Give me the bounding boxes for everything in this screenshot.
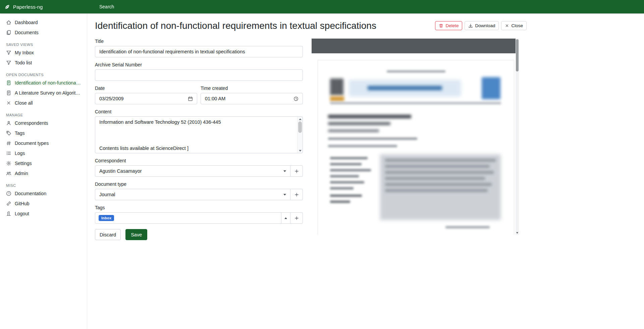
sidebar-item-tags[interactable]: Tags — [0, 128, 87, 138]
blur-shape — [328, 129, 379, 132]
sidebar-item-document-types[interactable]: Document types — [0, 138, 87, 148]
blur-shape — [330, 157, 368, 159]
save-button[interactable]: Save — [125, 229, 147, 240]
svg-text:?: ? — [8, 192, 10, 195]
pdf-viewer-body[interactable] — [312, 53, 516, 235]
plus-icon — [294, 216, 299, 221]
sidebar-item-label: A Literature Survey on Algorithms for Mu… — [15, 90, 81, 96]
brand-name: Paperless-ng — [13, 4, 43, 10]
delete-button[interactable]: Delete — [435, 21, 462, 30]
date-field-label: Date — [95, 86, 197, 91]
content-textarea[interactable]: Information and Software Technology 52 (… — [95, 116, 303, 153]
blur-shape — [330, 78, 343, 95]
page-actions: Delete Download Close — [435, 21, 527, 30]
download-button[interactable]: Download — [465, 21, 499, 30]
blur-shape — [482, 77, 500, 99]
correspondent-value: Agustin Casamayor — [99, 168, 142, 174]
discard-button[interactable]: Discard — [95, 229, 121, 240]
blur-shape — [445, 226, 490, 228]
close-icon — [6, 100, 11, 106]
close-button[interactable]: Close — [501, 21, 527, 30]
time-created-field-label: Time created — [201, 86, 303, 91]
sidebar-item-correspondents[interactable]: Correspondents — [0, 118, 87, 128]
brand[interactable]: Paperless-ng — [0, 4, 87, 10]
pdf-toolbar — [312, 39, 516, 53]
document-type-field-label: Document type — [95, 181, 303, 187]
sidebar-item-logout[interactable]: Logout — [0, 209, 87, 219]
tags-dropdown-toggle[interactable] — [281, 212, 290, 224]
sidebar-item-settings[interactable]: Settings — [0, 158, 87, 168]
sidebar-item-label: Settings — [15, 161, 32, 166]
sidebar-item-github[interactable]: GitHub — [0, 199, 87, 209]
chevron-down-icon — [283, 194, 286, 196]
sidebar-item-documentation[interactable]: ? Documentation — [0, 188, 87, 199]
section-title-saved-views: SAVED VIEWS — [0, 43, 87, 47]
question-circle-icon: ? — [6, 191, 11, 196]
documents-icon — [6, 30, 11, 35]
sidebar-item-label: Todo list — [15, 60, 32, 65]
hash-icon — [6, 141, 11, 146]
download-icon — [468, 23, 473, 28]
sidebar-item-label: Documentation — [15, 191, 46, 196]
close-icon — [505, 23, 509, 28]
sidebar-item-todo-list[interactable]: Todo list — [0, 58, 87, 68]
add-document-type-button[interactable] — [290, 189, 303, 200]
sidebar-item-documents[interactable]: Documents — [0, 28, 87, 38]
document-type-select[interactable]: Journal — [95, 189, 290, 200]
sidebar-item-label: Tags — [15, 130, 25, 136]
title-input[interactable] — [95, 46, 303, 57]
person-icon — [6, 120, 11, 126]
paperless-logo-icon — [4, 4, 10, 10]
scroll-down-arrow-icon[interactable] — [298, 148, 303, 153]
time-created-input[interactable]: 01:00 AM — [201, 93, 303, 104]
blur-shape — [328, 145, 397, 147]
tag-badge-inbox[interactable]: Inbox — [99, 215, 114, 221]
blur-shape — [385, 183, 492, 186]
door-icon — [6, 211, 11, 216]
calendar-icon[interactable] — [188, 96, 193, 101]
sidebar-item-my-inbox[interactable]: My Inbox — [0, 48, 87, 58]
scroll-up-arrow-icon[interactable] — [298, 117, 303, 121]
pdf-scrollbar[interactable] — [516, 39, 519, 235]
content-scrollbar[interactable] — [297, 117, 303, 153]
sidebar-item-label: Identification of non-functional require… — [15, 80, 81, 86]
sidebar-item-label: GitHub — [15, 201, 30, 206]
tags-input[interactable]: Inbox — [95, 212, 281, 224]
sidebar-open-document-2[interactable]: A Literature Survey on Algorithms for Mu… — [0, 88, 87, 98]
title-field-label: Title — [95, 39, 303, 44]
add-tag-button[interactable] — [290, 212, 303, 224]
sidebar-item-admin[interactable]: Admin — [0, 168, 87, 178]
search-input[interactable]: Search — [99, 4, 114, 9]
filter-icon — [6, 60, 11, 65]
blur-shape — [328, 138, 417, 140]
pdf-scrollbar-thumb[interactable] — [516, 39, 519, 71]
content-field-label: Content — [95, 109, 303, 114]
clock-icon[interactable] — [293, 96, 299, 101]
filter-icon — [6, 50, 11, 55]
blur-shape — [385, 165, 490, 168]
people-icon — [6, 171, 11, 176]
pdf-scroll-down-arrow-icon[interactable] — [516, 232, 519, 234]
sidebar-item-label: Admin — [15, 171, 28, 176]
pdf-preview — [312, 39, 519, 235]
date-value: 03/25/2009 — [99, 96, 124, 101]
content-scrollbar-thumb[interactable] — [298, 121, 302, 133]
sidebar-item-logs[interactable]: Logs — [0, 148, 87, 158]
download-button-label: Download — [475, 23, 495, 28]
sidebar-item-label: Logs — [15, 151, 25, 156]
archive-serial-number-input[interactable] — [95, 69, 303, 81]
sidebar: Dashboard Documents SAVED VIEWS My Inbox… — [0, 13, 87, 329]
date-input[interactable]: 03/25/2009 — [95, 93, 197, 104]
add-correspondent-button[interactable] — [290, 165, 303, 177]
sidebar-item-dashboard[interactable]: Dashboard — [0, 17, 87, 28]
pdf-page — [318, 60, 514, 235]
blur-shape — [328, 115, 411, 118]
correspondent-field-label: Correspondent — [95, 158, 303, 163]
document-edit-form: Title Archive Serial Number Date 03/25/2… — [95, 39, 303, 240]
sidebar-item-close-all[interactable]: Close all — [0, 98, 87, 108]
correspondent-select[interactable]: Agustin Casamayor — [95, 165, 290, 177]
blur-shape — [368, 86, 442, 90]
time-created-value: 01:00 AM — [205, 96, 225, 101]
page-header: Identification of non-functional require… — [95, 19, 527, 32]
sidebar-open-document-1[interactable]: Identification of non-functional require… — [0, 78, 87, 88]
